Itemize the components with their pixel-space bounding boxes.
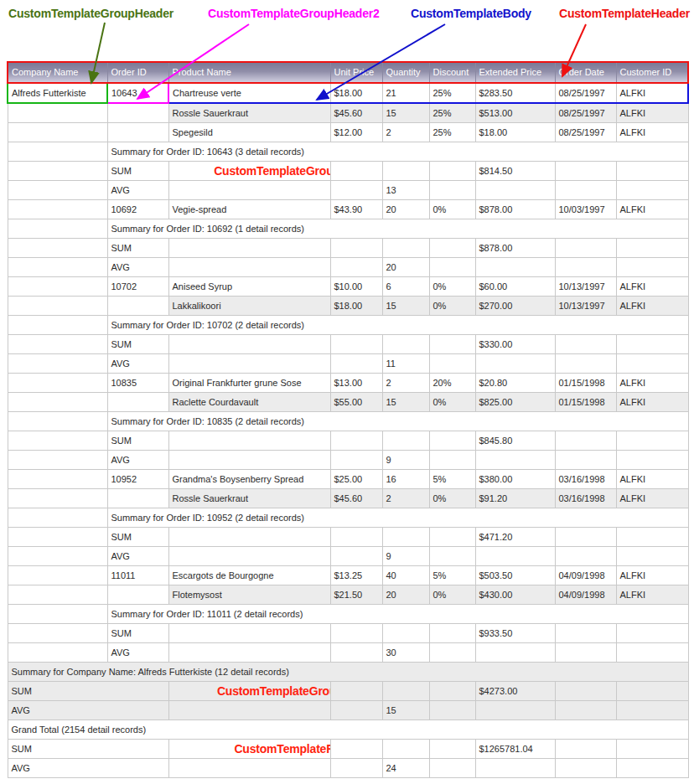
grid-cell: 08/25/1997 (555, 103, 616, 123)
grid-cell (330, 239, 382, 258)
grid-cell (168, 354, 330, 374)
column-header-quantity[interactable]: Quantity (382, 62, 429, 83)
grid-row-avg: AVG13 (8, 181, 688, 200)
column-header-order-id[interactable]: Order ID (107, 62, 168, 83)
grid-cell: 10/13/1997 (555, 297, 616, 316)
grid-cell (8, 219, 107, 239)
grid-cell (555, 547, 616, 566)
grid-cell: 2 (382, 123, 429, 142)
grid-cell: Original Frankfurter grune Sose (168, 374, 330, 393)
grid-cell: $20.80 (475, 374, 555, 393)
grid-cell: ALFKI (616, 83, 688, 103)
grid-cell (429, 528, 475, 547)
grid-cell (168, 239, 330, 258)
aggregate-quantity-cell: 24 (382, 759, 429, 778)
aggregate-quantity-cell (382, 239, 429, 258)
grid-cell: Chartreuse verte (168, 83, 330, 103)
grid-row-avg: AVG30 (8, 643, 688, 663)
grid-cell: 10/13/1997 (555, 277, 616, 297)
grid-cell: 20% (429, 374, 475, 393)
grid-cell (168, 181, 330, 200)
grid-cell (168, 759, 330, 778)
grid-cell (555, 451, 616, 470)
grid-cell: 0% (429, 277, 475, 297)
grid-cell (8, 566, 107, 585)
column-header-order-date[interactable]: Order Date (555, 62, 616, 83)
column-header-extended-price[interactable]: Extended Price (475, 62, 555, 83)
aggregate-quantity-cell (382, 162, 429, 181)
aggregate-quantity-cell: 30 (382, 643, 429, 663)
grid-cell: Rossle Sauerkraut (168, 103, 330, 123)
aggregate-extended-cell: $878.00 (475, 239, 555, 258)
grid-cell: 15 (382, 393, 429, 412)
grid-cell: Escargots de Bourgogne (168, 566, 330, 585)
grid-cell (8, 374, 107, 393)
grid-cell (107, 489, 168, 508)
grid-row-caption: Summary for Order ID: 10702 (2 detail re… (8, 316, 688, 335)
column-header-product-name[interactable]: Product Name (168, 62, 330, 83)
aggregate-extended-cell: $933.50 (475, 624, 555, 643)
grid-cell: Spegesild (168, 123, 330, 142)
aggregate-extended-cell: $471.20 (475, 528, 555, 547)
grid-row-detail: 11011Escargots de Bourgogne$13.25405%$50… (8, 566, 688, 585)
grid-cell (555, 335, 616, 354)
grid-cell: $21.50 (330, 585, 382, 605)
summary-caption-cell: Summary for Order ID: 10952 (2 detail re… (107, 508, 688, 528)
aggregate-quantity-cell (382, 431, 429, 451)
grid-cell (555, 759, 616, 778)
grid-cell (8, 142, 107, 162)
grid-cell: ALFKI (616, 200, 688, 219)
grid-cell (8, 412, 107, 431)
grid-row-sum: SUMCustomTemplateGroupFooter2$814.50 (8, 162, 688, 181)
grid-row-avg: AVG15 (8, 701, 688, 720)
grid-row-caption: Grand Total (2154 detail records) (8, 720, 688, 740)
grid-cell (168, 701, 330, 720)
column-header-discount[interactable]: Discount (429, 62, 475, 83)
column-header-unit-price[interactable]: Unit Price (330, 62, 382, 83)
aggregate-quantity-cell: 15 (382, 701, 429, 720)
grid-cell: $18.00 (475, 123, 555, 142)
grid-row-detail: 10692Vegie-spread$43.90200%$878.0010/03/… (8, 200, 688, 219)
annotation-label-group-header2: CustomTemplateGroupHeader2 (208, 7, 380, 20)
grid-cell (107, 393, 168, 412)
grid-cell (429, 431, 475, 451)
aggregate-label-cell: SUM (107, 335, 168, 354)
grid-cell: 20 (382, 585, 429, 605)
summary-caption-cell: Summary for Order ID: 11011 (2 detail re… (107, 605, 688, 624)
grid-row-sum: SUM$878.00 (8, 239, 688, 258)
grid-cell: 10692 (107, 200, 168, 219)
aggregate-quantity-cell: 9 (382, 547, 429, 566)
aggregate-extended-cell (475, 643, 555, 663)
grid-row-caption: Summary for Order ID: 10952 (2 detail re… (8, 508, 688, 528)
grid-cell: 11011 (107, 566, 168, 585)
grid-row-caption: Summary for Order ID: 10643 (3 detail re… (8, 142, 688, 162)
grid-cell (429, 181, 475, 200)
column-header-company-name[interactable]: Company Name (8, 62, 107, 83)
aggregate-label-cell: SUM (107, 624, 168, 643)
grid-row-avg: AVG24 (8, 759, 688, 778)
grid-cell (8, 605, 107, 624)
grid-cell: 01/15/1998 (555, 374, 616, 393)
grid-body: Alfreds Futterkiste10643Chartreuse verte… (8, 83, 688, 778)
grid-cell (555, 239, 616, 258)
grid-cell: 04/09/1998 (555, 585, 616, 605)
grid-cell (616, 354, 688, 374)
grid-cell (616, 181, 688, 200)
grid-cell: 0% (429, 393, 475, 412)
grid-cell: ALFKI (616, 585, 688, 605)
aggregate-quantity-cell (382, 740, 429, 759)
grid-cell: CustomTemplateGroupFooter (168, 682, 330, 701)
grid-cell (8, 335, 107, 354)
aggregate-label-cell: SUM (107, 431, 168, 451)
summary-caption-cell: Summary for Order ID: 10702 (2 detail re… (107, 316, 688, 335)
grid-cell: ALFKI (616, 566, 688, 585)
aggregate-label-cell: SUM (8, 740, 168, 759)
grid-cell (8, 508, 107, 528)
grid-cell: 0% (429, 585, 475, 605)
grid-cell: $825.00 (475, 393, 555, 412)
aggregate-label-cell: AVG (107, 258, 168, 277)
aggregate-label-cell: AVG (107, 181, 168, 200)
column-header-customer-id[interactable]: Customer ID (616, 62, 688, 83)
grid-cell (8, 239, 107, 258)
grid-cell: 03/16/1998 (555, 489, 616, 508)
